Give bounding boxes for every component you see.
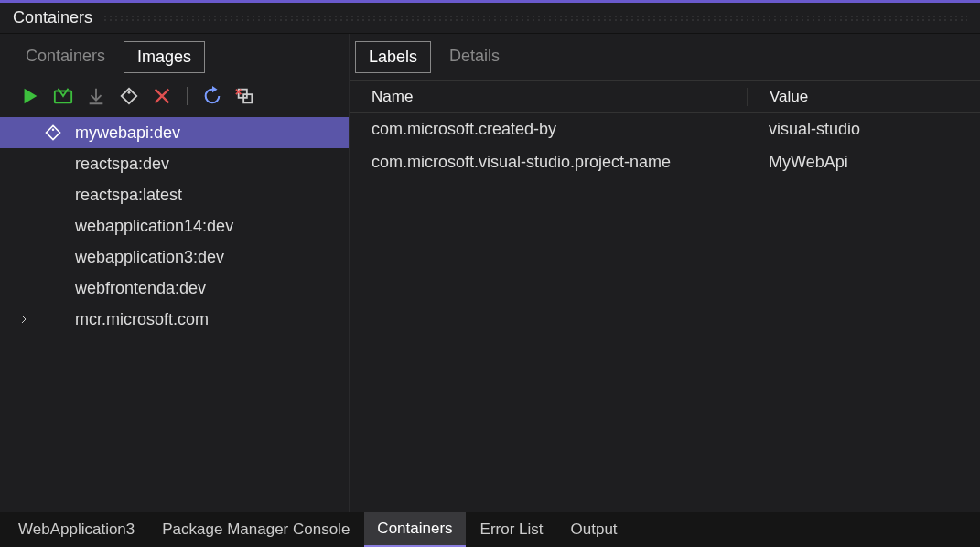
toolbar-separator [187, 87, 188, 105]
run-icon[interactable] [20, 86, 40, 106]
refresh-icon[interactable] [202, 86, 222, 106]
open-icon[interactable] [53, 86, 73, 106]
image-name: webfrontenda:dev [73, 279, 206, 298]
btab-error-list[interactable]: Error List [468, 512, 556, 547]
left-tabs: Containers Images [0, 41, 349, 73]
tab-images[interactable]: Images [124, 41, 205, 73]
column-header-name[interactable]: Name [350, 88, 747, 106]
tab-labels[interactable]: Labels [355, 41, 431, 73]
image-name: webapplication3:dev [73, 248, 224, 267]
image-row[interactable]: reactspa:latest [0, 179, 349, 210]
image-row[interactable]: webapplication3:dev [0, 241, 349, 273]
image-name: webapplication14:dev [73, 217, 233, 236]
panel-title: Containers [13, 8, 92, 27]
label-value: MyWebApi [747, 153, 980, 172]
image-row[interactable]: mcr.microsoft.com [0, 304, 349, 335]
btab-package-manager-console[interactable]: Package Manager Console [149, 512, 362, 547]
detail-tabs: Labels Details [350, 41, 980, 73]
image-name: mcr.microsoft.com [73, 310, 209, 329]
tag-icon [42, 123, 64, 142]
bottom-tabs: WebApplication3 Package Manager Console … [0, 512, 980, 547]
image-list: mywebapi:dev reactspa:dev reactspa:lates… [0, 115, 349, 337]
images-pane: Containers Images [0, 34, 350, 519]
image-name: mywebapi:dev [73, 123, 180, 143]
label-value: visual-studio [747, 120, 980, 139]
btab-webapplication3[interactable]: WebApplication3 [5, 512, 147, 547]
btab-output[interactable]: Output [558, 512, 630, 547]
column-header-value[interactable]: Value [747, 88, 980, 106]
btab-containers[interactable]: Containers [364, 512, 465, 547]
table-row[interactable]: com.microsoft.created-by visual-studio [350, 113, 980, 145]
tab-details[interactable]: Details [436, 41, 512, 73]
label-name: com.microsoft.visual-studio.project-name [350, 153, 747, 172]
table-header: Name Value [350, 81, 980, 113]
table-row[interactable]: com.microsoft.visual-studio.project-name… [350, 145, 980, 178]
details-pane: Labels Details Name Value com.microsoft.… [350, 34, 980, 519]
image-name: reactspa:latest [73, 186, 182, 205]
svg-point-1 [128, 91, 131, 94]
panel-grip[interactable] [103, 15, 967, 22]
tab-containers[interactable]: Containers [13, 41, 118, 73]
delete-icon[interactable] [152, 86, 172, 106]
image-name: reactspa:dev [73, 155, 169, 174]
prune-icon[interactable] [235, 86, 255, 106]
svg-point-4 [52, 128, 55, 131]
image-row[interactable]: reactspa:dev [0, 148, 349, 179]
download-icon[interactable] [86, 86, 106, 106]
image-row[interactable]: webfrontenda:dev [0, 273, 349, 304]
label-name: com.microsoft.created-by [350, 120, 747, 139]
images-toolbar [0, 80, 349, 115]
labels-table: Name Value com.microsoft.created-by visu… [350, 80, 980, 178]
image-row[interactable]: webapplication14:dev [0, 210, 349, 241]
chevron-right-icon[interactable] [15, 314, 33, 325]
image-row[interactable]: mywebapi:dev [0, 117, 349, 148]
panel-title-bar: Containers [0, 3, 980, 34]
tag-icon[interactable] [119, 86, 139, 106]
